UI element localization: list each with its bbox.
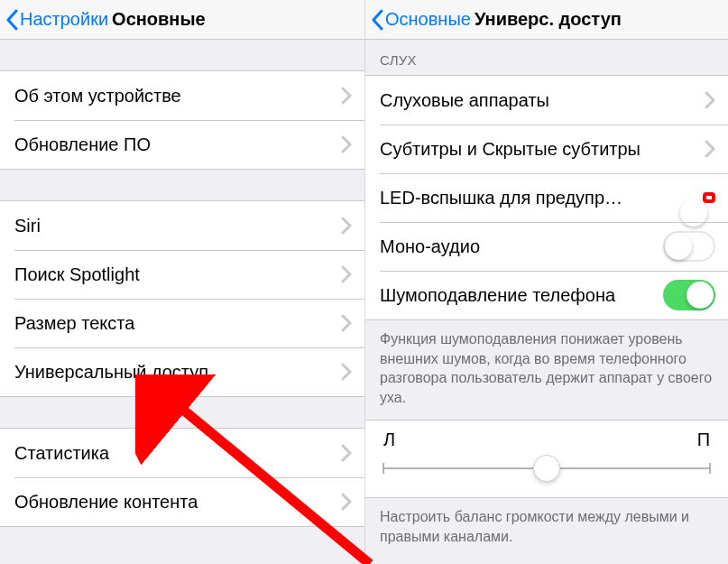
noise-cancel-footer: Функция шумоподавления понижает уровень … <box>365 320 728 420</box>
row-label: Слуховые аппараты <box>380 90 697 111</box>
accessibility-pane: Основные Универс. доступ СЛУХ Слуховые а… <box>365 0 728 564</box>
group-about: Об этом устройстве Обновление ПО <box>0 70 364 170</box>
nav-header: Настройки Основные <box>0 0 364 40</box>
chevron-right-icon <box>341 135 352 153</box>
balance-slider-row: Л П <box>365 420 728 498</box>
chevron-right-icon <box>341 265 352 283</box>
row-text-size[interactable]: Размер текста <box>0 299 364 347</box>
slider-label-left: Л <box>383 430 395 450</box>
row-statistics[interactable]: Статистика <box>0 429 364 477</box>
group-usage: Статистика Обновление контента <box>0 428 364 527</box>
back-button[interactable]: Настройки <box>5 9 108 31</box>
balance-slider[interactable] <box>383 456 710 481</box>
chevron-left-icon <box>371 9 383 31</box>
row-mono-audio[interactable]: Моно-аудио <box>365 222 728 271</box>
highlight-annotation <box>703 192 715 203</box>
chevron-left-icon <box>5 9 18 31</box>
row-label: Универсальный доступ <box>14 362 334 383</box>
slider-thumb[interactable] <box>533 455 560 482</box>
group-features: Siri Поиск Spotlight Размер текста Униве… <box>0 200 364 397</box>
row-background-refresh[interactable]: Обновление контента <box>0 477 364 526</box>
general-settings-pane: Настройки Основные Об этом устройстве Об… <box>0 0 365 564</box>
back-label: Основные <box>385 9 471 30</box>
balance-footer: Настроить баланс громкости между левыми … <box>365 498 728 559</box>
slider-labels: Л П <box>383 430 710 450</box>
row-noise-cancel[interactable]: Шумоподавление телефона <box>365 271 728 319</box>
chevron-right-icon <box>341 87 352 105</box>
page-title: Основные <box>112 9 206 30</box>
chevron-right-icon <box>705 140 715 158</box>
chevron-right-icon <box>341 314 352 332</box>
row-software-update[interactable]: Обновление ПО <box>0 120 364 169</box>
row-label: Обновление контента <box>14 492 334 513</box>
row-label: Статистика <box>14 443 334 464</box>
back-label: Настройки <box>20 9 108 30</box>
chevron-right-icon <box>341 363 352 381</box>
group-hearing: Слуховые аппараты Субтитры и Скрытые суб… <box>365 75 728 320</box>
mono-audio-switch[interactable] <box>663 231 715 262</box>
row-about-device[interactable]: Об этом устройстве <box>0 71 364 120</box>
row-spotlight[interactable]: Поиск Spotlight <box>0 250 364 299</box>
row-label: Субтитры и Скрытые субтитры <box>380 139 697 160</box>
row-label: Моно-аудио <box>380 236 663 257</box>
chevron-right-icon <box>341 493 352 511</box>
row-label: Шумоподавление телефона <box>380 285 663 306</box>
row-label: Поиск Spotlight <box>14 264 334 285</box>
chevron-right-icon <box>705 91 715 109</box>
back-button[interactable]: Основные <box>371 9 471 31</box>
row-label: Обновление ПО <box>14 134 334 155</box>
nav-header: Основные Универс. доступ <box>365 0 728 40</box>
row-hearing-aids[interactable]: Слуховые аппараты <box>365 76 728 125</box>
row-label: Размер текста <box>14 313 334 334</box>
row-label: Об этом устройстве <box>14 86 334 106</box>
noise-cancel-switch[interactable] <box>663 280 715 310</box>
chevron-right-icon <box>341 444 352 462</box>
row-siri[interactable]: Siri <box>0 201 364 250</box>
chevron-right-icon <box>341 217 352 235</box>
row-label: LED-вспышка для предупр… <box>380 188 699 208</box>
row-led-flash[interactable]: LED-вспышка для предупр… <box>365 173 728 222</box>
row-label: Siri <box>14 216 334 236</box>
section-header-hearing: СЛУХ <box>365 40 728 75</box>
page-title: Универс. доступ <box>475 9 622 30</box>
row-accessibility[interactable]: Универсальный доступ <box>0 347 364 396</box>
row-subtitles[interactable]: Субтитры и Скрытые субтитры <box>365 125 728 173</box>
slider-label-right: П <box>697 430 710 450</box>
